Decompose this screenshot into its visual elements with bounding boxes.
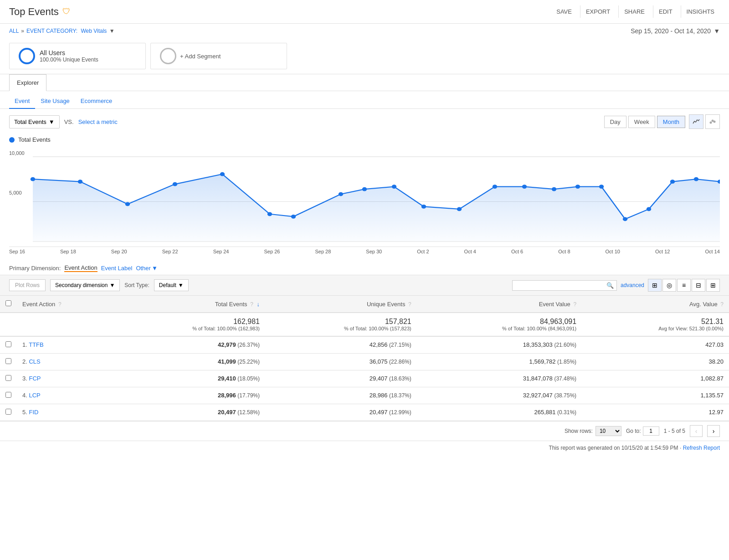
row1-check [0, 336, 17, 354]
row4-unique: 28,986 (18.37%) [265, 387, 417, 404]
line-chart-button[interactable] [689, 114, 703, 129]
dim-event-label[interactable]: Event Label [101, 265, 133, 272]
dim-other-label: Other [136, 265, 151, 272]
metric-dropdown-icon: ▼ [49, 118, 55, 125]
row2-total-val: 41,099 [218, 358, 236, 365]
row5-event-value: 265,881 [534, 409, 555, 416]
month-button[interactable]: Month [657, 116, 685, 128]
select-all-checkbox[interactable] [5, 300, 11, 306]
save-button[interactable]: SAVE [551, 5, 577, 18]
x-label-10: Oct 6 [511, 249, 523, 254]
secondary-dimension-dropdown[interactable]: Secondary dimension ▼ [50, 279, 120, 291]
refresh-report-link[interactable]: Refresh Report [683, 445, 720, 451]
row1-unique-pct: (27.15%) [389, 342, 411, 348]
row5-checkbox[interactable] [5, 409, 11, 415]
add-segment-card[interactable]: + Add Segment [150, 43, 287, 69]
table-view-grid[interactable]: ⊞ [648, 279, 662, 292]
breadcrumb-value[interactable]: Web Vitals [81, 28, 107, 34]
share-button[interactable]: SHARE [618, 5, 650, 18]
row1-total-val: 42,979 [218, 341, 236, 348]
row4-event-pct: (38.75%) [554, 392, 576, 399]
sub-header: ALL » EVENT CATEGORY: Web Vitals ▼ Sep 1… [0, 24, 729, 38]
data-table: Event Action ? Total Events ? ↓ Unique E… [0, 295, 729, 421]
row1-unique: 42,856 (27.15%) [265, 336, 417, 354]
svg-point-20 [522, 185, 527, 189]
advanced-link[interactable]: advanced [621, 282, 644, 288]
week-button[interactable]: Week [628, 116, 655, 128]
y-label-5k: 5,000 [9, 190, 22, 195]
title-badge: 🛡 [62, 7, 71, 16]
day-button[interactable]: Day [604, 116, 626, 128]
th-avg-value: Avg. Value ? [582, 296, 729, 313]
row2-action-link[interactable]: CLS [29, 358, 40, 365]
edit-button[interactable]: EDIT [653, 5, 678, 18]
inner-tabs: Event Site Usage Ecommerce [0, 91, 729, 109]
insights-button[interactable]: INSIGHTS [681, 5, 720, 18]
x-label-1: Sep 18 [60, 249, 76, 254]
legend-label: Total Events [18, 136, 51, 143]
metric-dropdown[interactable]: Total Events ▼ [9, 115, 60, 128]
show-rows-select[interactable]: 10 25 50 100 500 1000 [596, 426, 621, 436]
row3-action: 3. FCP [17, 370, 113, 387]
th-total-events-label: Total Events [215, 301, 247, 308]
search-input[interactable] [515, 282, 606, 289]
th-event-value-help[interactable]: ? [573, 301, 576, 308]
tab-ecommerce[interactable]: Ecommerce [75, 95, 118, 109]
all-users-segment[interactable]: All Users 100.00% Unique Events [9, 43, 146, 69]
sort-type-value: Default [159, 282, 176, 288]
x-label-5: Sep 26 [264, 249, 280, 254]
search-icon[interactable]: 🔍 [606, 282, 614, 289]
row4-total-val: 28,996 [218, 392, 236, 399]
prev-page-button[interactable]: ‹ [690, 425, 703, 437]
time-toggle: Day Week Month [604, 116, 685, 128]
row3-checkbox[interactable] [5, 375, 11, 381]
table-view-pie[interactable]: ◎ [662, 279, 676, 292]
dot-chart-button[interactable] [705, 114, 720, 129]
select-metric-link[interactable]: Select a metric [78, 118, 118, 125]
row1-num: 1. [22, 341, 27, 348]
row1-action-link[interactable]: TTFB [29, 341, 44, 348]
row4-action-link[interactable]: LCP [29, 392, 40, 399]
explorer-tab[interactable]: Explorer [9, 74, 46, 91]
svg-point-22 [575, 185, 580, 189]
th-total-events-help[interactable]: ? [250, 301, 253, 308]
goto-input[interactable] [643, 426, 659, 436]
row3-action-link[interactable]: FCP [29, 375, 41, 382]
breadcrumb-all[interactable]: ALL [9, 28, 19, 34]
row4-avg: 1,135.57 [582, 387, 729, 404]
th-avg-value-help[interactable]: ? [720, 301, 724, 308]
row4-event-val: 32,927,047 (38.75%) [417, 387, 582, 404]
row1-avg: 427.03 [582, 336, 729, 354]
table-view-list[interactable]: ≡ [677, 279, 691, 292]
table-view-pivot[interactable]: ⊞ [706, 279, 720, 292]
table-view-compare[interactable]: ⊟ [692, 279, 705, 292]
x-label-6: Sep 28 [315, 249, 331, 254]
x-label-4: Sep 24 [213, 249, 229, 254]
tab-site-usage[interactable]: Site Usage [35, 95, 75, 109]
breadcrumb-dropdown-icon[interactable]: ▼ [109, 28, 115, 34]
th-unique-events-help[interactable]: ? [408, 301, 411, 308]
row2-checkbox[interactable] [5, 358, 11, 364]
svg-point-9 [125, 202, 130, 206]
table-ctrl-right: 🔍 advanced ⊞ ◎ ≡ ⊟ ⊞ [512, 279, 720, 292]
th-unique-events: Unique Events ? [265, 296, 417, 313]
dim-event-action[interactable]: Event Action [64, 264, 97, 272]
next-page-button[interactable]: › [707, 425, 720, 437]
date-range-selector[interactable]: Sep 15, 2020 - Oct 14, 2020 ▼ [631, 27, 720, 35]
row5-action: 5. FID [17, 404, 113, 421]
secondary-dim-icon: ▼ [109, 282, 115, 288]
summary-unique-events: 157,821 % of Total: 100.00% (157,823) [265, 313, 417, 336]
sort-type-dropdown[interactable]: Default ▼ [154, 279, 189, 291]
tab-event[interactable]: Event [9, 95, 35, 109]
row4-total-pct: (17.79%) [237, 392, 260, 399]
row4-checkbox[interactable] [5, 392, 11, 398]
row2-event-pct: (1.85%) [557, 359, 576, 365]
dim-other-dropdown[interactable]: Other ▼ [136, 265, 157, 272]
row1-checkbox[interactable] [5, 341, 11, 347]
breadcrumb-sep: » [21, 28, 24, 34]
th-event-action-help[interactable]: ? [58, 301, 62, 308]
row5-action-link[interactable]: FID [29, 409, 38, 416]
export-button[interactable]: EXPORT [580, 5, 616, 18]
goto-page: Go to: [626, 426, 659, 436]
row3-check [0, 370, 17, 387]
